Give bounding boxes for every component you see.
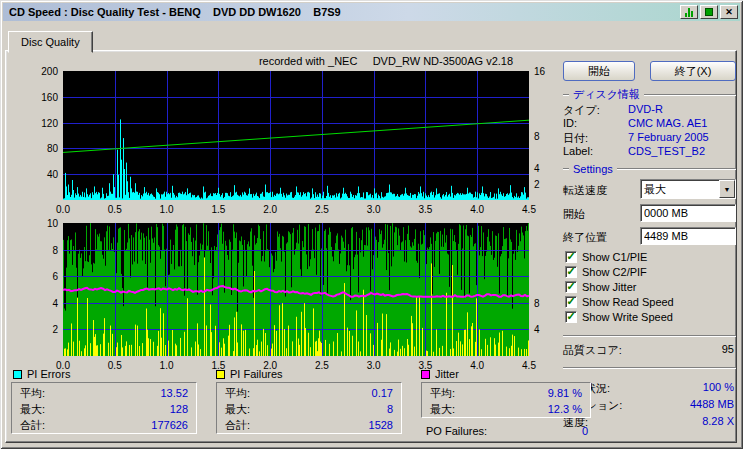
tab-panel: recorded with _NEC DVD_RW ND-3500AG v2.1…: [5, 50, 737, 443]
x-axis-tick: 2.0: [255, 204, 285, 215]
chart-tool-icon[interactable]: [680, 5, 698, 19]
y-axis-left-tick: 160: [30, 92, 58, 103]
checkbox-label: Show C1/PIE: [582, 251, 647, 263]
stat-value: 177626: [151, 417, 188, 433]
stat-row: 合計:177626: [12, 417, 196, 433]
exit-button[interactable]: 終了(X): [650, 61, 736, 81]
jitter-stats-box: 平均:9.81 % 最大:12.3 %: [421, 382, 591, 418]
x-axis-tick: 3.5: [410, 204, 440, 215]
y-axis-right-tick: 4: [534, 163, 540, 174]
x-axis-tick: 0.0: [48, 360, 78, 371]
disc-info-title: ディスク情報: [573, 87, 640, 102]
stat-row: 最大:128: [12, 401, 196, 417]
stat-value: 9.81 %: [548, 385, 582, 401]
checkbox-show-write-speed[interactable]: ✓ Show Write Speed: [565, 311, 673, 323]
pi-errors-swatch: [13, 370, 22, 379]
stat-label: 最大:: [225, 401, 250, 417]
check-icon: ✓: [566, 251, 575, 262]
stat-label: 合計:: [225, 417, 250, 433]
stat-value: 128: [170, 401, 188, 417]
close-icon: ✕: [725, 8, 733, 17]
check-icon: ✓: [566, 296, 575, 307]
disc-type-label: タイプ:: [563, 103, 600, 118]
x-axis-tick: 0.0: [48, 204, 78, 215]
x-axis-tick: 0.5: [100, 204, 130, 215]
disc-type-value: DVD-R: [628, 103, 663, 115]
stat-row: 最大:8: [217, 401, 401, 417]
y-axis-left-tick: 10: [30, 218, 58, 229]
stat-value: 13.52: [160, 385, 188, 401]
y-axis-left-tick: 4: [30, 298, 58, 309]
y-axis-right-tick: 8: [534, 298, 540, 309]
checkbox-label: Show C2/PIF: [582, 266, 647, 278]
x-axis-tick: 4.0: [462, 360, 492, 371]
disc-info-group-header: ディスク情報: [563, 87, 736, 102]
stat-label: 平均:: [20, 385, 45, 401]
disc-label-label: Label:: [563, 145, 593, 157]
x-axis-tick: 3.5: [410, 360, 440, 371]
checkbox-show-jitter[interactable]: ✓ Show Jitter: [565, 281, 636, 293]
end-position-input[interactable]: [640, 227, 736, 245]
po-failures-label: PO Failures:: [426, 425, 487, 437]
x-axis-tick: 0.5: [100, 360, 130, 371]
checkbox-show-read-speed[interactable]: ✓ Show Read Speed: [565, 296, 674, 308]
po-failures-value: 0: [582, 425, 588, 437]
checkbox-box: ✓: [565, 251, 577, 263]
y-axis-right-tick: 2: [534, 179, 540, 190]
x-axis-tick: 2.5: [307, 204, 337, 215]
stat-value: 12.3 %: [548, 401, 582, 417]
x-axis-tick: 2.5: [307, 360, 337, 371]
checkbox-label: Show Write Speed: [582, 311, 673, 323]
checkbox-label: Show Jitter: [582, 281, 636, 293]
y-axis-left-tick: 120: [30, 118, 58, 129]
app-window: CD Speed : Disc Quality Test - BENQ DVD …: [0, 0, 743, 449]
x-axis-tick: 1.5: [203, 360, 233, 371]
check-icon: ✓: [566, 281, 575, 292]
titlebar: CD Speed : Disc Quality Test - BENQ DVD …: [3, 3, 740, 21]
pi-failures-stats-box: 平均:0.17 最大:8 合計:1528: [216, 382, 402, 434]
x-axis-tick: 3.0: [359, 360, 389, 371]
y-axis-left-tick: 6: [30, 271, 58, 282]
settings-group-header: Settings: [563, 163, 736, 175]
stat-label: 平均:: [430, 385, 455, 401]
chevron-down-icon[interactable]: ▼: [719, 180, 735, 198]
checkbox-show-c1-pie[interactable]: ✓ Show C1/PIE: [565, 251, 647, 263]
quality-score-value: 95: [656, 343, 734, 355]
stat-label: 最大:: [20, 401, 45, 417]
start-button[interactable]: 開始: [563, 61, 635, 81]
y-axis-right-tick: 4: [534, 324, 540, 335]
pi-errors-stats-box: 平均:13.52 最大:128 合計:177626: [11, 382, 197, 434]
x-axis-tick: 2.0: [255, 360, 285, 371]
po-failures-row: PO Failures: 0: [426, 425, 588, 437]
y-axis-right-tick: 8: [534, 131, 540, 142]
disc-id-value: CMC MAG. AE1: [628, 117, 707, 129]
stat-value: 1528: [369, 417, 393, 433]
check-icon: ✓: [566, 266, 575, 277]
checkbox-box: ✓: [565, 281, 577, 293]
checkbox-label: Show Read Speed: [582, 296, 674, 308]
recorded-with-label: recorded with _NEC DVD_RW ND-3500AG v2.1…: [206, 55, 566, 67]
stat-row: 合計:1528: [217, 417, 401, 433]
start-position-label: 開始: [563, 207, 585, 222]
stat-value: 8: [387, 401, 393, 417]
y-axis-left-tick: 8: [30, 245, 58, 256]
stat-label: 合計:: [20, 417, 45, 433]
disc-tool-icon[interactable]: [700, 5, 718, 19]
tab-disc-quality[interactable]: Disc Quality: [8, 31, 93, 53]
speed-value: 8.28 X: [646, 415, 734, 427]
close-button[interactable]: ✕: [720, 5, 738, 19]
settings-title: Settings: [573, 163, 613, 175]
x-axis-tick: 1.0: [152, 204, 182, 215]
start-position-input[interactable]: [640, 204, 736, 222]
checkbox-show-c2-pif[interactable]: ✓ Show C2/PIF: [565, 266, 647, 278]
checkbox-box: ✓: [565, 296, 577, 308]
y-axis-left-tick: 2: [30, 324, 58, 335]
end-position-label: 終了位置: [563, 230, 607, 245]
pi-failures-jitter-chart-canvas: [63, 223, 529, 356]
x-axis-tick: 4.0: [462, 204, 492, 215]
transfer-rate-select[interactable]: 最大 ▼: [640, 179, 736, 199]
y-axis-left-tick: 200: [30, 66, 58, 77]
x-axis-tick: 4.5: [514, 360, 544, 371]
stat-row: 平均:0.17: [217, 385, 401, 401]
stat-value: 0.17: [372, 385, 393, 401]
